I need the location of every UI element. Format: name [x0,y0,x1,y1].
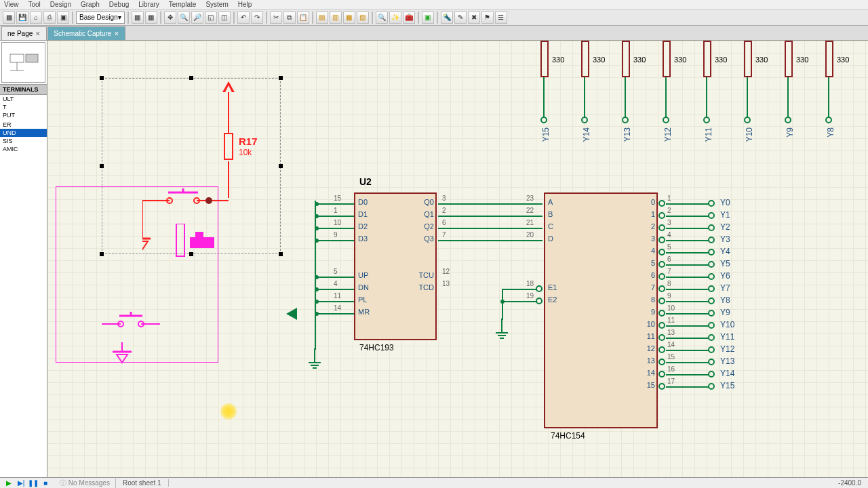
terminal-item[interactable]: ULT [0,95,47,103]
resize-handle[interactable] [100,164,104,168]
terminal-item[interactable]: ER [0,121,47,129]
wire[interactable] [666,203,709,205]
terminal-icon[interactable] [708,237,715,243]
wire[interactable] [438,240,542,241]
tb-kit-icon[interactable]: 🧰 [403,12,415,24]
terminal-icon[interactable] [708,273,715,280]
wire[interactable] [666,374,709,375]
terminal-icon[interactable] [622,117,629,123]
net-label[interactable]: Y6 [720,271,730,281]
net-label[interactable]: Y15 [720,381,734,390]
status-sheet[interactable]: Root sheet 1 [116,479,169,487]
tb-print-icon[interactable]: ⎙ [43,12,56,24]
terminal-icon[interactable] [540,117,547,123]
terminal-item[interactable]: T [0,103,47,111]
input-terminal-icon[interactable] [286,308,297,320]
terminal-item[interactable]: AMIC [0,145,47,153]
net-label[interactable]: Y14 [720,369,734,378]
wire[interactable] [666,252,709,253]
net-label[interactable]: Y4 [720,247,730,256]
net-label[interactable]: Y14 [582,127,591,142]
resize-handle[interactable] [189,76,193,80]
terminal-icon[interactable] [708,224,715,231]
net-label[interactable]: Y11 [720,332,734,342]
wire[interactable] [666,301,709,302]
tb-mark-icon[interactable]: ⚑ [481,12,494,24]
net-label[interactable]: Y12 [663,127,673,142]
terminal-icon[interactable] [708,249,715,256]
tb-grid2-icon[interactable]: ▦ [145,12,157,24]
pin-wire[interactable] [316,313,354,314]
wire[interactable] [502,289,503,320]
terminal-icon[interactable] [703,117,710,123]
wire[interactable] [315,301,316,302]
wire[interactable] [666,338,709,339]
terminal-icon[interactable] [581,117,588,123]
net-label[interactable]: Y2 [720,222,730,232]
tb-fit-icon[interactable]: ◱ [205,12,217,24]
menu-debug[interactable]: Debug [109,1,129,8]
close-icon[interactable]: ✕ [35,30,41,37]
net-label[interactable]: Y5 [720,259,730,268]
net-label[interactable]: Y13 [720,357,734,366]
terminal-icon[interactable] [708,359,715,365]
pin-wire[interactable] [316,277,354,278]
net-label[interactable]: Y8 [826,127,835,138]
menu-template[interactable]: Template [169,1,197,8]
wire[interactable] [666,350,709,351]
terminal-icon[interactable] [708,298,715,304]
tb-cut-icon[interactable]: ✂ [270,12,282,24]
schematic-canvas[interactable]: R17 10k [47,41,868,477]
net-label[interactable]: Y3 [720,235,730,244]
close-icon[interactable]: ✕ [114,30,119,37]
terminal-list[interactable]: ULTTPUTERUNDSISAMIC [0,95,47,477]
terminal-item[interactable]: SIS [0,137,47,145]
net-label[interactable]: Y13 [623,127,632,142]
menu-graph[interactable]: Graph [81,1,100,8]
pause-icon[interactable]: ❚❚ [28,479,38,487]
terminal-icon[interactable] [708,371,715,378]
net-label[interactable]: Y0 [720,198,730,207]
net-label[interactable]: Y11 [704,127,713,142]
tb-zoomin-icon[interactable]: 🔍 [178,12,190,24]
pin-wire[interactable] [316,301,354,302]
net-label[interactable]: Y7 [720,283,730,293]
wire[interactable] [666,325,709,327]
wire[interactable] [438,203,542,205]
net-label[interactable]: Y1 [720,210,730,220]
wire[interactable] [438,216,542,217]
placing-component[interactable] [163,224,244,305]
tb-undo-icon[interactable]: ↶ [237,12,250,24]
tb-prop-icon[interactable]: ✎ [454,12,467,24]
terminal-icon[interactable] [708,334,715,341]
tab-homepage[interactable]: ne Page✕ [1,26,47,40]
resistor-r17[interactable] [224,133,233,160]
terminal-icon[interactable] [785,117,791,123]
tb-zoomarea-icon[interactable]: ◫ [218,12,231,24]
tb-block4-icon[interactable]: ▧ [357,12,369,24]
net-label[interactable]: Y15 [541,127,551,142]
terminal-icon[interactable] [708,310,715,317]
wire[interactable] [315,313,316,314]
tb-del-icon[interactable]: ✖ [468,12,480,24]
tb-block1-icon[interactable]: ▤ [316,12,328,24]
wire[interactable] [315,240,316,241]
power-terminal-icon[interactable] [222,81,235,92]
wire[interactable] [666,264,709,266]
menu-library[interactable]: Library [138,1,159,8]
tab-schematic[interactable]: Schematic Capture✕ [47,26,125,40]
ic-u1[interactable] [544,192,658,428]
terminal-icon[interactable] [708,200,715,207]
menu-system[interactable]: System [205,1,228,8]
menu-help[interactable]: Help [238,1,252,8]
terminal-icon[interactable] [708,261,715,268]
terminal-icon[interactable] [663,117,669,123]
play-icon[interactable]: ▶ [4,479,14,487]
tb-grid-icon[interactable]: ▦ [132,12,144,24]
terminal-icon[interactable] [708,212,715,219]
pin-wire[interactable] [316,216,354,217]
wire[interactable] [228,92,229,133]
wire[interactable] [666,386,709,388]
terminal-item[interactable]: PUT [0,111,47,119]
terminal-icon[interactable] [708,383,715,390]
